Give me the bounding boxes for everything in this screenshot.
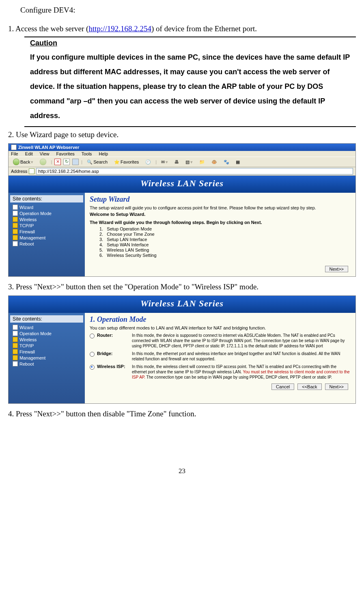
wizard-welcome: Welcome to Setup Wizard. [90, 212, 351, 217]
sidebar-item-operation-mode[interactable]: Operation Mode [10, 330, 83, 336]
radio-bridge[interactable] [90, 352, 95, 357]
mode-router-desc: In this mode, the device is supposed to … [132, 333, 351, 349]
mail-icon[interactable]: ✉ ▾ [159, 159, 170, 166]
address-input[interactable]: http://192.168.2.254/home.asp [36, 168, 353, 174]
page-icon [13, 325, 18, 330]
back-button[interactable]: <<Back [297, 383, 321, 390]
step-2: 2. Use Wizard page to setup device. [8, 130, 356, 139]
list-item: 6. Wireless Security Setting [99, 253, 351, 258]
cancel-button[interactable]: Cancel [271, 383, 294, 390]
folder-icon[interactable]: 📁 [197, 159, 207, 166]
print-icon[interactable]: 🖶 [172, 159, 181, 165]
page-banner: Wireless LAN Series [9, 176, 355, 193]
mode-wisp-desc: In this mode, the wireless client will c… [132, 364, 351, 380]
operation-mode-intro: You can setup different modes to LAN and… [90, 325, 351, 330]
menu-edit[interactable]: Edit [25, 151, 33, 156]
sidebar-item-management[interactable]: Management [10, 355, 83, 361]
mode-bridge-label: Bridge: [97, 351, 129, 356]
sidebar-item-firewall[interactable]: Firewall [10, 349, 83, 355]
wizard-intro: The setup wizard will guide you to confi… [90, 205, 351, 210]
radio-router[interactable] [90, 334, 95, 338]
history-icon[interactable]: 🕘 [143, 159, 153, 166]
caution-body: If you configure multiple devices in the… [30, 50, 352, 123]
menu-view[interactable]: View [40, 151, 50, 156]
back-button[interactable]: Back ▾ [11, 158, 35, 166]
screenshot-operation-mode: Wireless LAN Series Site contents: Wizar… [8, 295, 356, 404]
back-icon [13, 159, 19, 165]
forward-icon [40, 159, 46, 165]
wizard-title: Setup Wizard [90, 195, 351, 204]
next-button[interactable]: Next>> [325, 266, 348, 272]
caution-title: Caution [30, 39, 352, 47]
step-4: 4. Press "Next>>" button then disable "T… [8, 409, 356, 418]
folder-icon [13, 217, 18, 222]
list-item: 1. Setup Operation Mode [99, 226, 351, 231]
step-1: 1. Access the web server (http://192.168… [8, 24, 356, 33]
window-titlebar: Zinwell WLAN AP Webserver [9, 144, 355, 151]
wizard-steps-list: 1. Setup Operation Mode 2. Choose your T… [99, 226, 351, 258]
sidebar-item-wizard[interactable]: Wizard [10, 204, 83, 210]
sidebar-item-management[interactable]: Management [10, 235, 83, 241]
screenshot-setup-wizard: Zinwell WLAN AP Webserver File Edit View… [8, 143, 356, 277]
menu-favorites[interactable]: Favorites [56, 151, 75, 156]
page-icon [13, 361, 18, 366]
edit-icon[interactable]: ▧ ▾ [183, 159, 195, 166]
radio-wireless-isp[interactable] [90, 365, 95, 370]
folder-icon [13, 229, 18, 234]
operation-mode-title: 1. Operation Mode [90, 315, 351, 324]
sidebar-item-reboot[interactable]: Reboot [10, 361, 83, 367]
home-icon[interactable] [72, 159, 79, 165]
next-button[interactable]: Next>> [325, 383, 348, 390]
sidebar-item-tcpip[interactable]: TCP/IP [10, 222, 83, 228]
sidebar-title: Site contents: [10, 195, 83, 202]
web-server-link[interactable]: http://192.168.2.254 [88, 24, 151, 33]
page-icon [11, 144, 17, 150]
window-title: Zinwell WLAN AP Webserver [18, 145, 79, 150]
folder-icon [13, 223, 18, 228]
stop-icon[interactable]: ✕ [54, 159, 61, 165]
sidebar-item-wizard[interactable]: Wizard [10, 324, 83, 330]
sidebar: Site contents: Wizard Operation Mode Wir… [9, 313, 85, 403]
mode-router-row[interactable]: Router: In this mode, the device is supp… [90, 333, 351, 349]
step-3: 3. Press "Next>>" button then set the "O… [8, 282, 356, 291]
content-area: Setup Wizard The setup wizard will guide… [85, 193, 355, 276]
menu-tools[interactable]: Tools [82, 151, 92, 156]
content-area: 1. Operation Mode You can setup differen… [85, 313, 355, 403]
mode-wisp-label: Wireless ISP: [97, 364, 129, 369]
menu-help[interactable]: Help [99, 151, 108, 156]
sidebar-item-tcpip[interactable]: TCP/IP [10, 342, 83, 349]
step-1-post: ) of device from the Ethernet port. [151, 24, 257, 33]
sidebar: Site contents: Wizard Operation Mode Wir… [9, 193, 85, 276]
sidebar-item-reboot[interactable]: Reboot [10, 241, 83, 247]
page-banner: Wireless LAN Series [9, 296, 355, 313]
step-1-pre: 1. Access the web server ( [8, 24, 88, 33]
sidebar-item-wireless[interactable]: Wireless [10, 336, 83, 342]
search-button[interactable]: 🔍 Search [85, 159, 110, 166]
menu-file[interactable]: File [11, 151, 18, 156]
page-icon [13, 211, 18, 216]
misc-icon-2[interactable]: ▦ [234, 159, 242, 166]
address-page-icon [29, 168, 34, 174]
refresh-icon[interactable]: ↻ [63, 159, 70, 165]
folder-icon [13, 235, 18, 240]
mode-router-label: Router: [97, 333, 129, 338]
page-icon [13, 241, 18, 246]
sidebar-item-firewall[interactable]: Firewall [10, 228, 83, 235]
paw-icon[interactable]: 🐾 [222, 159, 231, 166]
sidebar-item-wireless[interactable]: Wireless [10, 216, 83, 222]
menu-bar: File Edit View Favorites Tools Help [9, 151, 355, 157]
browser-toolbar: Back ▾ | ✕ ↻ | 🔍 Search ⭐ Favorites 🕘 | … [9, 157, 355, 167]
mode-bridge-desc: In this mode, the ethernet port and wire… [132, 351, 351, 362]
folder-icon [13, 349, 18, 354]
mode-bridge-row[interactable]: Bridge: In this mode, the ethernet port … [90, 351, 351, 362]
favorites-button[interactable]: ⭐ Favorites [112, 159, 141, 166]
list-item: 4. Setup WAN Interface [99, 242, 351, 247]
page-number: 23 [8, 467, 356, 475]
mode-wisp-row[interactable]: Wireless ISP: In this mode, the wireless… [90, 364, 351, 380]
folder-icon [13, 337, 18, 342]
address-bar: Address http://192.168.2.254/home.asp [9, 167, 355, 176]
sidebar-item-operation-mode[interactable]: Operation Mode [10, 210, 83, 216]
forward-button[interactable] [38, 158, 48, 166]
misc-icon-1[interactable]: 🐵 [209, 159, 219, 166]
section-title: Configure DEV4: [20, 6, 356, 15]
